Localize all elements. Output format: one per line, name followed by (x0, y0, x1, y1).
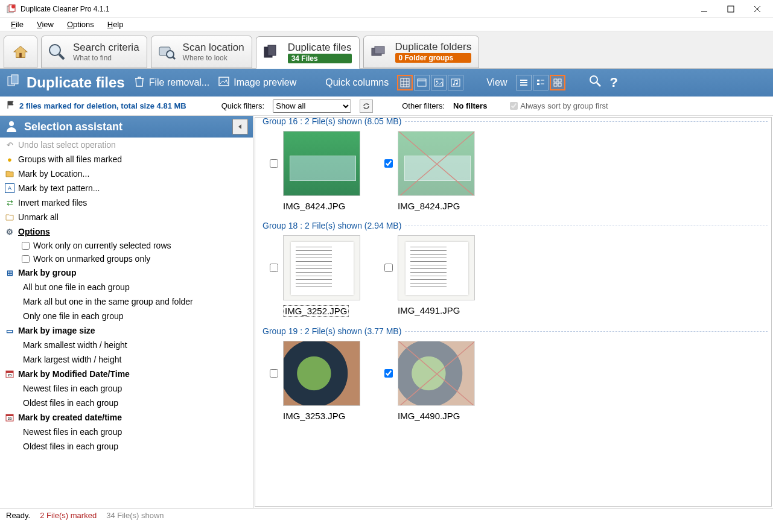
image-preview-button[interactable]: Image preview (218, 75, 296, 90)
search-icon[interactable] (588, 74, 602, 91)
mg-all-but-one-item[interactable]: All but one file in each group (0, 280, 253, 294)
file-removal-button[interactable]: File removal... (133, 75, 209, 90)
mc-oldest-item[interactable]: Oldest files in each group (0, 439, 253, 454)
svg-point-2 (11, 5, 15, 8)
results-scroll[interactable]: Group 16 : 2 File(s) shown (8.05 MB) IMG… (255, 117, 772, 507)
selection-assistant-title: Selection assistant (24, 121, 226, 133)
unmark-all-item[interactable]: Unmark all (0, 210, 253, 224)
view-thumbs-icon[interactable] (550, 75, 565, 90)
thumbnail-filename: IMG_3252.JPG (283, 305, 349, 317)
groups-all-marked-item[interactable]: ●Groups with all files marked (0, 152, 253, 166)
thumbnail-image[interactable] (283, 341, 360, 406)
opt-unmarked-groups-checkbox[interactable]: Work on unmarked groups only (0, 252, 253, 265)
svg-point-32 (456, 83, 458, 85)
tab-duplicate-files[interactable]: Duplicate files34 Files (256, 36, 360, 69)
statusbar: Ready. 2 File(s) marked 34 File(s) shown (0, 508, 773, 522)
options-item[interactable]: ⚙Options (0, 224, 253, 239)
quick-filters-label: Quick filters: (221, 101, 265, 110)
other-filters-label: Other filters: (402, 101, 445, 110)
qc-window-icon[interactable] (414, 75, 430, 90)
svg-rect-15 (268, 45, 276, 55)
trash-icon (133, 75, 145, 90)
filter-bar: 2 files marked for deletion, total size … (0, 97, 773, 116)
menu-options[interactable]: Options (61, 19, 100, 30)
view-list-icon[interactable] (516, 75, 532, 90)
thumbnail-image[interactable] (398, 235, 475, 300)
tab-home[interactable] (4, 36, 37, 68)
thumbnail-image[interactable] (398, 341, 475, 406)
mg-same-folder-item[interactable]: Mark all but one in the same group and f… (0, 294, 253, 309)
unmark-icon (5, 212, 14, 222)
qc-grid-icon[interactable] (397, 75, 413, 90)
group-header: Group 19 : 2 File(s) shown (3.77 MB) (262, 326, 768, 336)
calendar-icon: 23 (5, 369, 14, 379)
mark-checkbox[interactable] (384, 264, 393, 272)
status-marked: 2 File(s) marked (40, 511, 97, 520)
mi-smallest-item[interactable]: Mark smallest width / height (0, 338, 253, 352)
tree-icon: ⊞ (5, 268, 14, 277)
quick-columns-buttons (397, 75, 463, 90)
mc-newest-item[interactable]: Newest files in each group (0, 425, 253, 439)
minimize-button[interactable] (691, 1, 717, 17)
thumbnail-filename: IMG_8424.JPG (283, 201, 345, 211)
mark-checkbox[interactable] (384, 159, 393, 168)
refresh-filter-button[interactable] (360, 100, 373, 113)
thumbnail-item[interactable]: IMG_4490.JPG (384, 341, 475, 421)
thumbnail-image[interactable] (283, 131, 360, 196)
mark-by-image-size-header: ▭Mark by image size (0, 323, 253, 338)
thumbnail-image[interactable] (283, 235, 360, 300)
thumbnail-image[interactable] (398, 131, 475, 196)
tab-search-criteria[interactable]: Search criteriaWhat to find (41, 36, 147, 68)
results-panel: Group 16 : 2 File(s) shown (8.05 MB) IMG… (253, 116, 773, 508)
md-oldest-item[interactable]: Oldest files in each group (0, 396, 253, 410)
menu-help[interactable]: Help (101, 19, 130, 30)
mark-checkbox[interactable] (270, 369, 278, 378)
thumbnail-item[interactable]: IMG_3252.JPG (270, 235, 360, 317)
invert-marked-item[interactable]: ⇄Invert marked files (0, 195, 253, 210)
image-size-icon: ▭ (5, 326, 14, 335)
thumbnail-item[interactable]: IMG_3253.JPG (270, 341, 360, 421)
svg-line-45 (597, 83, 600, 86)
thumbnail-filename: IMG_8424.JPG (398, 201, 460, 211)
svg-rect-8 (19, 53, 22, 58)
qc-image-icon[interactable] (431, 75, 447, 90)
mark-by-location-item[interactable]: Mark by Location... (0, 166, 253, 181)
svg-marker-49 (238, 124, 241, 129)
mark-checkbox[interactable] (270, 264, 278, 272)
menubar: File View Options Help (0, 18, 773, 31)
quick-filters-select[interactable]: Show all (273, 100, 351, 113)
svg-rect-20 (219, 77, 229, 86)
menu-view[interactable]: View (31, 19, 60, 30)
menu-file[interactable]: File (5, 19, 30, 30)
thumbnail-item[interactable]: IMG_8424.JPG (384, 131, 475, 211)
svg-rect-19 (11, 75, 18, 84)
help-icon[interactable]: ? (610, 75, 618, 90)
mark-by-modified-date-header: 23Mark by Modified Date/Time (0, 367, 253, 381)
qc-music-icon[interactable] (448, 75, 463, 90)
mark-checkbox[interactable] (270, 159, 278, 168)
thumbnail-item[interactable]: IMG_4491.JPG (384, 235, 475, 317)
invert-icon: ⇄ (5, 198, 14, 207)
no-filters-text: No filters (453, 101, 487, 110)
mi-largest-item[interactable]: Mark largest width / height (0, 352, 253, 367)
mg-only-one-item[interactable]: Only one file in each group (0, 309, 253, 323)
thumbnail-item[interactable]: IMG_8424.JPG (270, 131, 360, 211)
undo-select-item[interactable]: ↶Undo last select operation (0, 138, 253, 152)
mark-by-group-header: ⊞Mark by group (0, 265, 253, 280)
maximize-button[interactable] (717, 1, 744, 17)
view-detail-icon[interactable] (533, 75, 549, 90)
tab-scan-location[interactable]: Scan locationWhere to look (151, 36, 252, 68)
close-button[interactable] (744, 1, 771, 17)
mark-by-pattern-item[interactable]: AMark by text pattern... (0, 181, 253, 195)
md-newest-item[interactable]: Newest files in each group (0, 381, 253, 396)
svg-rect-26 (418, 79, 426, 86)
svg-rect-30 (451, 79, 460, 86)
tab-duplicate-folders[interactable]: Duplicate folders0 Folder groups (363, 36, 480, 68)
opt-selected-rows-checkbox[interactable]: Work only on currently selected rows (0, 239, 253, 252)
titlebar: Duplicate Cleaner Pro 4.1.1 (0, 0, 773, 18)
mark-checkbox[interactable] (384, 369, 393, 378)
collapse-sidebar-button[interactable] (232, 119, 248, 135)
view-label: View (486, 77, 507, 88)
always-sort-checkbox[interactable]: Always sort by group first (510, 101, 608, 110)
status-ready: Ready. (6, 511, 30, 520)
